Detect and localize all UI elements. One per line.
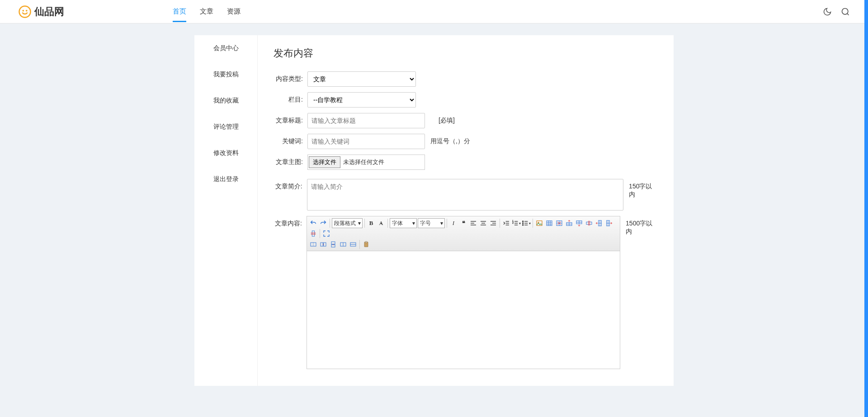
- svg-rect-60: [321, 243, 323, 246]
- category-select[interactable]: --自学教程: [307, 92, 416, 108]
- fullscreen-icon[interactable]: [322, 229, 331, 238]
- svg-point-26: [523, 223, 524, 224]
- hint-content: 1500字以内: [626, 216, 658, 236]
- summary-textarea[interactable]: [307, 179, 624, 211]
- svg-rect-55: [312, 231, 314, 236]
- paragraph-format-select[interactable]: 段落格式 ▾: [332, 218, 363, 228]
- rich-editor: 段落格式 ▾ B A▾ 字体 ▾ 字号 ▾ I ❝ 12▾ ▾: [307, 216, 620, 369]
- font-color-icon[interactable]: A▾: [377, 219, 386, 228]
- sidebar-item-favorites[interactable]: 我的收藏: [194, 88, 257, 114]
- svg-rect-28: [537, 221, 542, 226]
- logo-icon: [18, 5, 32, 19]
- svg-rect-62: [331, 242, 335, 244]
- svg-line-4: [847, 13, 849, 15]
- main-panel: 会员中心 我要投稿 我的收藏 评论管理 修改资料 退出登录 发布内容 内容类型:…: [194, 35, 674, 386]
- insert-row-before-icon[interactable]: [565, 219, 574, 228]
- insert-col-after-icon[interactable]: [604, 219, 613, 228]
- delete-table-icon[interactable]: [555, 219, 564, 228]
- unordered-list-icon[interactable]: ▾: [522, 219, 531, 228]
- article-title-input[interactable]: [307, 113, 425, 128]
- svg-rect-30: [547, 221, 552, 226]
- nav-resource[interactable]: 资源: [227, 1, 241, 22]
- svg-point-0: [19, 6, 31, 17]
- label-content-type: 内容类型:: [274, 71, 307, 83]
- redo-icon[interactable]: [319, 219, 328, 228]
- nav-home[interactable]: 首页: [173, 1, 186, 22]
- delete-row-icon[interactable]: [585, 219, 594, 228]
- image-icon[interactable]: [535, 219, 544, 228]
- merge-right-icon[interactable]: [319, 240, 328, 249]
- sidebar-item-profile[interactable]: 修改资料: [194, 140, 257, 166]
- hint-keywords: 用逗号（,）分: [430, 134, 470, 145]
- delete-col-icon[interactable]: [309, 229, 318, 238]
- sidebar-item-submit[interactable]: 我要投稿: [194, 61, 257, 88]
- label-category: 栏目:: [274, 92, 307, 104]
- content-type-select[interactable]: 文章: [307, 71, 416, 87]
- merge-down-icon[interactable]: [329, 240, 338, 249]
- label-main-image: 文章主图:: [274, 155, 307, 166]
- file-status: 未选择任何文件: [343, 158, 384, 166]
- svg-point-25: [523, 221, 524, 222]
- nav: 首页 文章 资源: [173, 1, 241, 22]
- site-name: 仙品网: [34, 5, 64, 19]
- italic-icon[interactable]: I: [449, 219, 458, 228]
- svg-point-1: [23, 10, 24, 10]
- sidebar-item-comments[interactable]: 评论管理: [194, 114, 257, 140]
- logo[interactable]: 仙品网: [18, 5, 64, 19]
- font-size-select[interactable]: 字号 ▾: [418, 218, 445, 228]
- scroll-indicator[interactable]: [864, 0, 868, 398]
- hint-required: [必填]: [439, 113, 455, 125]
- svg-rect-63: [331, 245, 335, 247]
- hint-summary: 150字以内: [629, 179, 658, 199]
- align-right-icon[interactable]: [489, 219, 498, 228]
- page-title: 发布内容: [274, 47, 658, 60]
- font-family-select[interactable]: 字体 ▾: [390, 218, 417, 228]
- label-content: 文章内容:: [274, 216, 307, 228]
- header-left: 仙品网 首页 文章 资源: [18, 1, 241, 22]
- svg-text:2: 2: [512, 222, 514, 224]
- svg-point-27: [523, 225, 524, 225]
- sidebar-item-member-center[interactable]: 会员中心: [194, 35, 257, 61]
- svg-rect-46: [586, 222, 592, 224]
- quote-icon[interactable]: ❝: [459, 219, 468, 228]
- insert-row-after-icon[interactable]: [575, 219, 584, 228]
- insert-col-before-icon[interactable]: [594, 219, 604, 228]
- paste-icon[interactable]: [362, 240, 371, 249]
- search-icon[interactable]: [841, 7, 850, 16]
- keywords-input[interactable]: [307, 134, 425, 149]
- choose-file-button[interactable]: 选择文件: [309, 156, 340, 168]
- ordered-list-icon[interactable]: 12▾: [512, 219, 521, 228]
- undo-icon[interactable]: [309, 219, 318, 228]
- align-left-icon[interactable]: [469, 219, 478, 228]
- align-center-icon[interactable]: [479, 219, 488, 228]
- moon-icon[interactable]: [823, 7, 832, 16]
- content: 发布内容 内容类型: 文章 栏目: --自学教程 文章标题: [必填] 关键词:…: [258, 35, 674, 386]
- label-summary: 文章简介:: [274, 179, 307, 191]
- svg-rect-61: [324, 243, 326, 246]
- table-icon[interactable]: [545, 219, 554, 228]
- header: 仙品网 首页 文章 资源: [0, 0, 868, 23]
- svg-rect-69: [365, 241, 367, 243]
- sidebar-item-logout[interactable]: 退出登录: [194, 166, 257, 192]
- file-input-wrap: 选择文件 未选择任何文件: [307, 155, 425, 170]
- nav-article[interactable]: 文章: [200, 1, 213, 22]
- indent-icon[interactable]: [502, 219, 511, 228]
- split-rows-icon[interactable]: [349, 240, 358, 249]
- split-cols-icon[interactable]: [339, 240, 348, 249]
- svg-point-3: [842, 8, 848, 14]
- label-article-title: 文章标题:: [274, 113, 307, 125]
- bold-icon[interactable]: B: [367, 219, 376, 228]
- editor-body[interactable]: [307, 251, 620, 369]
- sidebar: 会员中心 我要投稿 我的收藏 评论管理 修改资料 退出登录: [194, 35, 258, 386]
- label-keywords: 关键词:: [274, 134, 307, 145]
- svg-point-2: [26, 10, 27, 10]
- editor-toolbar: 段落格式 ▾ B A▾ 字体 ▾ 字号 ▾ I ❝ 12▾ ▾: [307, 216, 620, 251]
- header-right: [823, 7, 850, 16]
- merge-cells-icon[interactable]: [309, 240, 318, 249]
